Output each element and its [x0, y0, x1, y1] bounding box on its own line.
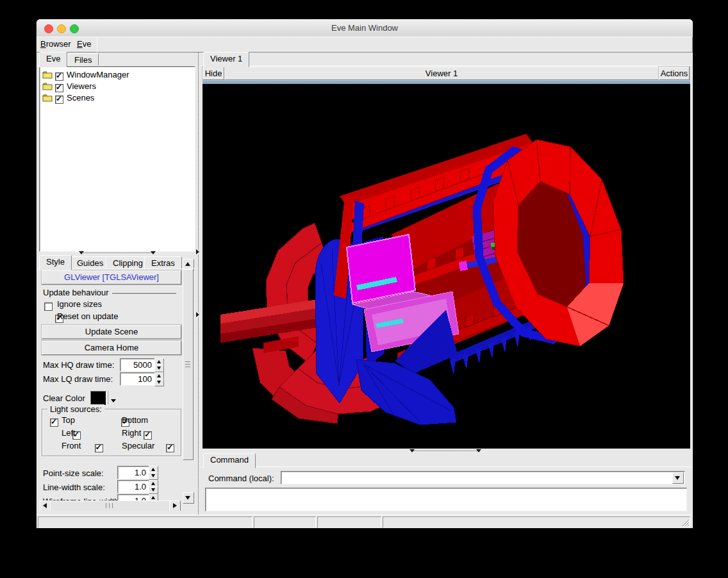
tab-command[interactable]: Command: [203, 453, 256, 468]
resize-grip[interactable]: [681, 518, 690, 527]
tree-item-checkbox[interactable]: [55, 84, 63, 92]
actions-button[interactable]: Actions: [659, 67, 690, 80]
ignore-sizes-label: Ignore sizes: [57, 299, 102, 309]
max-lq-stepper[interactable]: [154, 372, 163, 386]
viewer-command-splitter[interactable]: [201, 449, 691, 453]
folder-icon: [42, 70, 53, 79]
style-panel: GLViewer [TGLSAViewer] Update behaviour …: [37, 269, 183, 511]
viewer-tabbar: Viewer 1: [201, 52, 691, 66]
clear-color-label: Clear Color: [43, 393, 85, 403]
status-cell: [38, 516, 252, 528]
max-lq-label: Max LQ draw time:: [43, 374, 113, 384]
chevron-down-icon: [675, 476, 680, 480]
style-vscrollbar[interactable]: [183, 259, 193, 502]
camera-home-button[interactable]: Camera Home: [42, 341, 181, 355]
light-specular-checkbox[interactable]: [166, 444, 174, 452]
eve-tree-list: WindowManager Viewers Scenes: [39, 66, 195, 252]
gl-viewport[interactable]: [203, 84, 690, 449]
line-width-input[interactable]: 1.0: [117, 480, 149, 493]
folder-icon: [42, 82, 53, 90]
light-top-checkbox[interactable]: [50, 418, 58, 427]
update-scene-button[interactable]: Update Scene: [42, 325, 181, 339]
style-hscrollbar[interactable]: [40, 500, 179, 511]
menu-bar: Browser Eve: [37, 37, 98, 53]
tree-item-label: Scenes: [67, 93, 94, 103]
window-title: Eve Main Window: [37, 23, 693, 33]
point-size-input[interactable]: 1.0: [117, 466, 149, 479]
max-lq-input[interactable]: 100: [120, 372, 155, 386]
scroll-down-button[interactable]: [183, 492, 194, 504]
light-sources-title: Light sources:: [47, 404, 104, 414]
tab-style[interactable]: Style: [39, 255, 72, 270]
status-cell: [383, 516, 690, 528]
tab-files[interactable]: Files: [67, 53, 99, 67]
reset-on-update-label: Reset on update: [57, 311, 118, 321]
light-right-checkbox[interactable]: [144, 431, 152, 440]
tree-style-splitter[interactable]: [37, 251, 195, 255]
ignore-sizes-checkbox[interactable]: [44, 302, 53, 311]
status-bar: [37, 515, 691, 529]
command-input[interactable]: [281, 471, 685, 484]
command-panel: Command (local):: [201, 467, 691, 515]
panel-vsplitter[interactable]: [195, 52, 201, 515]
tab-guides[interactable]: Guides: [70, 256, 110, 270]
clear-color-dropdown[interactable]: [108, 391, 119, 404]
tree-item-viewers[interactable]: Viewers: [42, 81, 190, 92]
vscroll-thumb[interactable]: [183, 269, 194, 460]
menu-bar-filler: [97, 37, 693, 53]
style-tabbar: Style Guides Clipping Extras: [37, 255, 195, 269]
eve-main-window: Eve Main Window Browser Eve Eve Files Wi…: [37, 19, 693, 528]
status-cell: [317, 516, 381, 528]
tab-extras[interactable]: Extras: [144, 256, 182, 270]
tree-item-checkbox[interactable]: [55, 72, 63, 81]
tab-viewer-1[interactable]: Viewer 1: [203, 52, 249, 67]
glviewer-button[interactable]: GLViewer [TGLSAViewer]: [42, 270, 181, 285]
divider: [112, 293, 176, 294]
menu-browser[interactable]: Browser: [40, 39, 71, 49]
command-tabbar: Command: [201, 453, 691, 467]
max-hq-stepper[interactable]: [154, 358, 163, 372]
browser-tabbar: Eve Files: [37, 52, 195, 66]
line-width-label: Line-width scale:: [43, 483, 105, 492]
line-width-stepper[interactable]: [149, 480, 157, 493]
detector-3d-render: [203, 84, 690, 449]
viewer-title-bar[interactable]: Viewer 1: [224, 67, 659, 80]
menu-eve[interactable]: Eve: [77, 39, 91, 49]
hscroll-thumb[interactable]: [50, 500, 170, 511]
update-behaviour-title: Update behaviour: [43, 288, 109, 297]
point-size-stepper[interactable]: [149, 466, 157, 479]
clear-color-swatch[interactable]: [90, 391, 106, 406]
chevron-down-icon: [111, 399, 116, 402]
light-sources-group: Light sources: Top Bottom Left Right Fro…: [42, 409, 181, 456]
max-hq-label: Max HQ draw time:: [43, 360, 114, 370]
tree-item-scenes[interactable]: Scenes: [42, 92, 190, 104]
hide-button[interactable]: Hide: [203, 67, 224, 80]
folder-icon: [42, 94, 53, 102]
tree-item-label: Viewers: [67, 81, 96, 91]
light-front-checkbox[interactable]: [95, 444, 103, 452]
command-label: Command (local):: [208, 474, 274, 483]
tab-eve[interactable]: Eve: [39, 52, 67, 67]
command-history-dropdown[interactable]: [672, 472, 684, 484]
desktop-background: Eve Main Window Browser Eve Eve Files Wi…: [0, 0, 728, 578]
tree-item-windowmanager[interactable]: WindowManager: [42, 69, 190, 81]
tab-clipping[interactable]: Clipping: [106, 256, 150, 270]
point-size-label: Point-size scale:: [43, 468, 104, 478]
tree-item-checkbox[interactable]: [55, 95, 63, 104]
window-titlebar[interactable]: Eve Main Window: [37, 19, 693, 37]
tree-item-label: WindowManager: [67, 70, 129, 79]
max-hq-input[interactable]: 5000: [120, 358, 155, 372]
command-output[interactable]: [205, 488, 687, 511]
scroll-right-button[interactable]: [169, 500, 181, 511]
status-cell: [254, 516, 316, 528]
